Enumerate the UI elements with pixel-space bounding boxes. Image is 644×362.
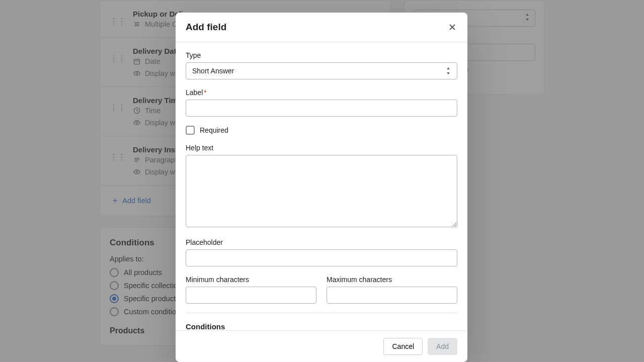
- add-button[interactable]: Add: [428, 338, 457, 355]
- modal-body: Type Short Answer Label* Required Help: [176, 42, 467, 330]
- label-input[interactable]: [186, 100, 457, 117]
- help-text-input[interactable]: [186, 155, 457, 227]
- placeholder-input[interactable]: [186, 249, 457, 266]
- type-select[interactable]: Short Answer: [186, 62, 457, 79]
- close-button[interactable]: [447, 22, 457, 32]
- modal-title: Add field: [186, 22, 226, 33]
- add-field-modal: Add field Type Short Answer Label*: [176, 13, 467, 362]
- placeholder-label: Placeholder: [186, 238, 457, 246]
- required-label: Required: [200, 126, 228, 134]
- min-chars-label: Minimum characters: [186, 276, 316, 284]
- type-select-value: Short Answer: [192, 67, 234, 75]
- cancel-button[interactable]: Cancel: [383, 338, 423, 355]
- min-chars-input[interactable]: [186, 287, 316, 304]
- max-chars-input[interactable]: [327, 287, 457, 304]
- checkbox-icon: [186, 126, 195, 135]
- type-label: Type: [186, 51, 457, 59]
- help-text-label: Help text: [186, 144, 457, 152]
- modal-header: Add field: [176, 13, 467, 42]
- label-label: Label*: [186, 88, 457, 97]
- select-arrows-icon: [446, 67, 451, 75]
- modal-footer: Cancel Add: [176, 330, 467, 362]
- modal-conditions-heading: Conditions: [186, 322, 457, 330]
- max-chars-label: Maximum characters: [327, 276, 457, 284]
- required-checkbox-row[interactable]: Required: [186, 126, 457, 135]
